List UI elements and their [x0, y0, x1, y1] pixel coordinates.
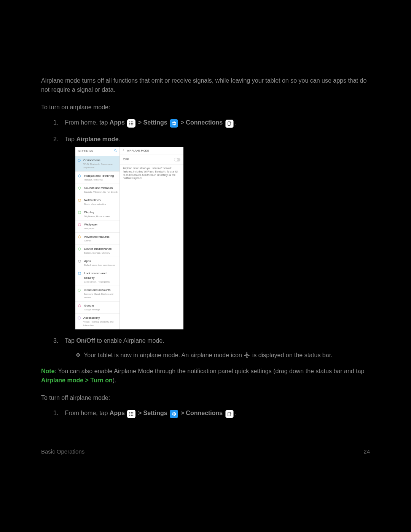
settings-item-subtitle: Google settings [84, 308, 100, 312]
step-text: From home, tap [65, 119, 109, 126]
step-1: 1. From home, tap Apps > Settings > Conn… [53, 118, 370, 128]
screenshot-settings-item: Sounds and vibrationSounds, Vibration, D… [75, 184, 119, 196]
step-number: 1. [53, 409, 63, 418]
settings-item-icon [77, 247, 82, 251]
footer-left: Basic Operations [41, 447, 84, 456]
settings-item-icon [77, 288, 81, 292]
settings-item-subtitle: Sounds, Vibration, Do not disturb [84, 190, 118, 194]
screenshot-airplane-label: AIRPLANE MODE [127, 149, 149, 153]
settings-item-subtitle: Wi-Fi, Bluetooth, Data usage, Airplane m… [83, 163, 118, 169]
step-2: 2. Tap Airplane mode. SETTINGS Connectio… [53, 135, 370, 329]
step-text: From home, tap [65, 410, 109, 416]
settings-item-icon [77, 158, 81, 163]
screenshot-left-header: SETTINGS [75, 147, 119, 156]
settings-item-text: Device maintenanceBattery, Storage, Memo… [84, 247, 112, 255]
settings-item-icon [77, 174, 82, 178]
settings-item-text: ConnectionsWi-Fi, Bluetooth, Data usage,… [83, 158, 118, 169]
step-post: to enable Airplane mode. [95, 337, 164, 344]
svg-point-18 [78, 248, 81, 250]
svg-point-27 [129, 413, 131, 414]
label-settings: Settings [143, 119, 167, 126]
note-text-2: ). [113, 377, 116, 383]
settings-item-title: Device maintenance [84, 247, 112, 251]
settings-item-icon [77, 222, 82, 227]
settings-item-text: AccessibilityVision, Hearing, Dexterity … [83, 316, 118, 327]
settings-item-title: Wallpaper [84, 222, 98, 227]
screenshot-off-label: OFF [123, 157, 129, 162]
toggle-icon [174, 158, 180, 161]
settings-item-subtitle: Hotspot, Tethering [84, 178, 114, 182]
connections-icon [225, 120, 234, 128]
note-bold: Airplane mode > Turn on [41, 377, 113, 383]
svg-point-14 [78, 199, 81, 201]
svg-point-8 [132, 125, 134, 126]
screenshot-settings-item: AppsDefault apps, App permissions [75, 257, 119, 269]
svg-point-6 [129, 125, 131, 126]
svg-point-4 [131, 123, 132, 124]
step-3: 3. Tap On/Off to enable Airplane mode. ❖… [53, 336, 370, 360]
svg-point-24 [129, 412, 131, 413]
settings-item-subtitle: Battery, Storage, Memory [84, 251, 112, 255]
settings-item-subtitle: Block, allow, prioritize [84, 203, 106, 206]
settings-item-text: Lock screen and securityLock screen, Fin… [84, 271, 118, 284]
svg-point-5 [132, 123, 134, 124]
settings-item-text: DisplayBrightness, Home screen [84, 210, 110, 218]
label-apps: Apps [110, 119, 125, 126]
gt1: > [138, 410, 143, 416]
settings-item-icon [77, 210, 82, 215]
step-text: Tap [65, 337, 76, 344]
connections-icon [225, 410, 234, 418]
screenshot-settings-item: AccessibilityVision, Hearing, Dexterity … [75, 314, 119, 329]
screenshot-settings-label: SETTINGS [78, 149, 93, 153]
settings-item-icon [77, 235, 82, 239]
settings-item-text: Hotspot and TetheringHotspot, Tethering [84, 174, 114, 182]
settings-screenshot: SETTINGS ConnectionsWi-Fi, Bluetooth, Da… [75, 147, 183, 329]
settings-item-title: Sounds and vibration [84, 186, 118, 190]
note-label: Note [41, 368, 55, 374]
settings-item-icon [77, 316, 81, 320]
svg-point-20 [78, 272, 81, 275]
settings-icon [170, 119, 178, 128]
svg-point-0 [129, 121, 131, 123]
label-airplane-mode: Airplane mode [76, 136, 118, 142]
screenshot-settings-item: Cloud and accountsSamsung Cloud, Backup … [75, 286, 119, 302]
svg-point-26 [132, 412, 134, 413]
step-end: . [234, 410, 236, 416]
step-3-result: ❖ Your tablet is now in airplane mode. A… [53, 351, 370, 360]
screenshot-settings-item: Hotspot and TetheringHotspot, Tethering [75, 172, 119, 184]
note-text-1: : You can also enable Airplane Mode thro… [55, 368, 365, 374]
svg-point-22 [78, 304, 81, 307]
settings-item-title: Notifications [84, 198, 106, 203]
svg-point-31 [131, 415, 132, 416]
settings-item-icon [77, 304, 82, 308]
svg-point-12 [78, 174, 81, 177]
screenshot-right-panel: AIRPLANE MODE OFF Airplane mode allows y… [120, 147, 183, 329]
page-heading: Airplane Mode [41, 53, 370, 69]
settings-item-icon [77, 186, 82, 190]
svg-point-30 [129, 415, 131, 416]
screenshot-settings-item: DisplayBrightness, Home screen [75, 208, 119, 220]
svg-point-17 [78, 235, 81, 238]
diamond-icon: ❖ [75, 351, 82, 360]
settings-item-text: AppsDefault apps, App permissions [84, 259, 115, 267]
settings-item-title: Apps [84, 259, 115, 264]
svg-point-32 [132, 415, 134, 416]
settings-item-title: Accessibility [83, 316, 118, 320]
back-icon [122, 149, 125, 153]
gt2: > [181, 410, 186, 416]
label-connections: Connections [186, 410, 223, 416]
screenshot-settings-item: GoogleGoogle settings [75, 302, 119, 314]
apps-icon [127, 410, 135, 418]
settings-item-text: GoogleGoogle settings [84, 304, 100, 312]
step-end: . [119, 136, 120, 142]
settings-item-icon [77, 198, 82, 203]
step-end: . [234, 119, 236, 126]
step-1-off: 1. From home, tap Apps > Settings > Conn… [53, 409, 370, 419]
label-settings: Settings [143, 410, 167, 416]
settings-item-text: Sounds and vibrationSounds, Vibration, D… [84, 186, 118, 194]
label-onoff: On/Off [76, 337, 95, 344]
settings-item-subtitle: Default apps, App permissions [84, 264, 115, 267]
settings-item-title: Lock screen and security [84, 271, 118, 280]
svg-point-16 [78, 223, 81, 226]
settings-item-text: WallpaperWallpaper [84, 222, 98, 230]
